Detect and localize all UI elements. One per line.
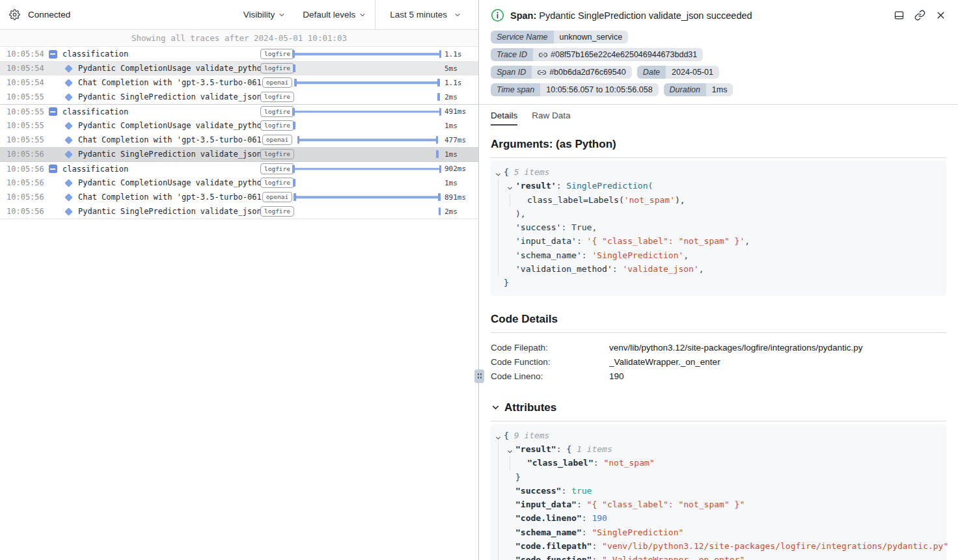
code-token: 'success'	[515, 222, 561, 232]
code-line: "class_label": "not_spam"	[493, 456, 940, 470]
scope-badge: logfire	[260, 120, 294, 131]
collapse-toggle-icon[interactable]	[49, 165, 57, 173]
chevron-down-icon[interactable]	[506, 182, 513, 189]
code-token: : True,	[561, 222, 597, 232]
info-circle-icon	[491, 8, 504, 22]
trace-row[interactable]: 10:05:55Chat Completion with 'gpt-3.5-tu…	[0, 133, 478, 147]
chevron-down-icon[interactable]	[495, 168, 502, 176]
indent-guide	[498, 498, 499, 511]
indent-guide	[498, 511, 499, 525]
code-detail-value: venv/lib/python3.12/site-packages/logfir…	[609, 341, 862, 355]
default-levels-dropdown[interactable]: Default levels	[294, 0, 375, 29]
duration-bar-track	[293, 190, 441, 204]
trace-timestamp: 10:05:56	[7, 207, 47, 216]
code-token: :	[612, 264, 623, 274]
trace-timestamp: 10:05:54	[7, 49, 47, 59]
trace-row[interactable]: 10:05:54Pydantic CompletionUsage validat…	[0, 61, 478, 75]
span-name: Pydantic SinglePrediction validate_json	[78, 150, 262, 159]
span-duration: 491ms	[441, 107, 478, 116]
trace-row[interactable]: 10:05:55classificationlogfire491ms	[0, 104, 478, 118]
trace-timestamp: 10:05:56	[7, 150, 47, 159]
gear-icon[interactable]	[9, 9, 20, 20]
span-name: Chat Completion with 'gpt-3.5-turbo-061	[78, 78, 262, 87]
trace-row[interactable]: 10:05:56Pydantic CompletionUsage validat…	[0, 176, 478, 190]
collapse-toggle-icon[interactable]	[49, 50, 57, 59]
chip-label: Span ID	[491, 66, 532, 79]
duration-bar	[293, 111, 441, 113]
code-token: ),	[515, 209, 526, 219]
trace-row[interactable]: 10:05:56classificationlogfire902ms	[0, 161, 478, 176]
code-line: "code.lineno": 190	[493, 511, 940, 525]
code-token: :	[582, 250, 592, 260]
trace-row[interactable]: 10:05:56Pydantic SinglePrediction valida…	[0, 204, 478, 219]
chip-value: 10:05:56.057 to 10:05:56.058	[540, 83, 658, 96]
code-line: "code.function": "_ValidateWrapper._on_e…	[493, 553, 940, 560]
duration-tick	[437, 93, 440, 101]
detail-tabs: Details Raw Data	[491, 105, 946, 126]
indent-guide	[498, 553, 499, 560]
code-token: 'validation_method'	[515, 264, 612, 274]
code-detail-value: _ValidateWrapper._on_enter	[609, 355, 720, 369]
duration-tick	[293, 122, 295, 129]
trace-row[interactable]: 10:05:55Pydantic SinglePrediction valida…	[0, 90, 478, 104]
span-name: Chat Completion with 'gpt-3.5-turbo-061	[78, 135, 262, 144]
duration-tick	[293, 64, 295, 72]
bar-start-cap	[292, 165, 295, 173]
code-token: }	[515, 472, 521, 482]
chevron-down-icon[interactable]	[491, 403, 500, 412]
chevron-down-icon[interactable]	[506, 446, 513, 453]
code-detail-label: Code Function:	[491, 355, 609, 369]
link-icon[interactable]	[914, 10, 925, 21]
trace-row[interactable]: 10:05:56Pydantic SinglePrediction valida…	[0, 147, 478, 161]
tab-details[interactable]: Details	[491, 111, 517, 126]
code-token: "_ValidateWrapper._on_enter"	[602, 555, 745, 560]
trace-timestamp: 10:05:55	[7, 92, 47, 101]
code-line: class_label=Labels('not_spam'),	[493, 193, 940, 207]
span-duration: 2ms	[441, 93, 478, 101]
scope-badge: logfire	[260, 92, 294, 102]
collapse-toggle-icon[interactable]	[49, 107, 57, 116]
left-toolbar: Connected Visibility Default levels Last…	[0, 0, 478, 30]
trace-row[interactable]: 10:05:55Pydantic CompletionUsage validat…	[0, 118, 478, 133]
link-icon[interactable]	[538, 68, 546, 77]
scope-badge: logfire	[260, 149, 294, 159]
span-duration: 891ms	[441, 193, 478, 202]
code-line: { 9 items	[493, 429, 940, 442]
time-range-select[interactable]: Last 5 minutes	[375, 0, 478, 29]
meta-chip: Duration1ms	[664, 83, 733, 96]
trace-row[interactable]: 10:05:56Chat Completion with 'gpt-3.5-tu…	[0, 190, 478, 204]
indent-guide	[498, 262, 499, 276]
arguments-heading: Arguments: (as Python)	[491, 138, 946, 151]
indent-guide	[498, 248, 499, 262]
bar-end-cap	[439, 108, 442, 116]
span-diamond-icon	[64, 136, 73, 144]
link-icon[interactable]	[539, 51, 547, 59]
trace-list: 10:05:54classificationlogfire1.1s10:05:5…	[0, 47, 478, 219]
visibility-dropdown[interactable]: Visibility	[235, 0, 295, 29]
code-token: 1 items	[577, 444, 612, 454]
code-token: ,	[699, 264, 704, 274]
chip-value-text: #08f57b165e22c4e625046944673bdd31	[551, 50, 697, 59]
trace-row[interactable]: 10:05:54classificationlogfire1.1s	[0, 47, 478, 61]
chevron-down-icon	[278, 11, 286, 19]
indent-guide	[498, 442, 499, 456]
chevron-down-icon[interactable]	[495, 432, 502, 439]
duration-tick	[436, 150, 439, 158]
panel-resize-handle[interactable]	[474, 369, 484, 383]
code-line: "schema_name": "SinglePrediction"	[493, 526, 940, 539]
chip-value-text: 2024-05-01	[672, 68, 713, 77]
code-token: :	[592, 555, 602, 560]
tab-raw-data[interactable]: Raw Data	[532, 111, 570, 126]
trace-row[interactable]: 10:05:54Chat Completion with 'gpt-3.5-tu…	[0, 75, 478, 90]
indent-guide	[498, 526, 499, 539]
code-line: }	[493, 276, 940, 289]
span-diamond-icon	[64, 150, 73, 159]
span-duration: 5ms	[441, 64, 478, 73]
duration-bar-track	[293, 176, 441, 190]
panel-bottom-icon[interactable]	[894, 10, 905, 21]
close-icon[interactable]	[935, 10, 946, 21]
chip-value-text: 10:05:56.057 to 10:05:56.058	[546, 85, 652, 94]
code-token: 9 items	[514, 431, 550, 440]
indent-guide	[498, 207, 499, 220]
code-token: :	[577, 236, 587, 246]
